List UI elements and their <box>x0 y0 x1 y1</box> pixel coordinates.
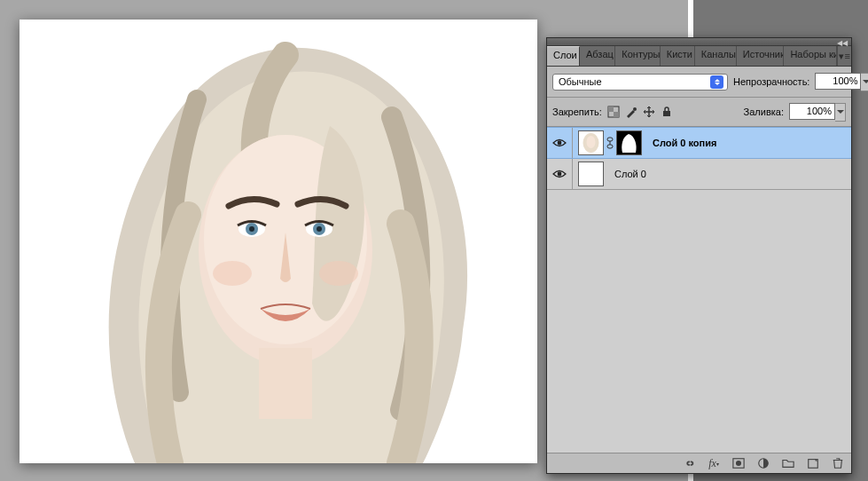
new-group-icon[interactable] <box>780 455 796 471</box>
svg-rect-3 <box>259 348 312 419</box>
opacity-input[interactable]: 100% <box>815 73 861 90</box>
new-layer-icon[interactable] <box>805 455 821 471</box>
svg-rect-13 <box>608 106 614 112</box>
delete-layer-icon[interactable] <box>830 455 846 471</box>
svg-rect-21 <box>607 138 613 141</box>
blend-opacity-row: Обычные Непрозрачность: 100% <box>547 67 851 98</box>
layer-name[interactable]: Слой 0 <box>609 169 646 179</box>
layers-panel: ◀◀ Слои Абзац Контуры Кисти Каналы Источ… <box>546 37 852 474</box>
lock-fill-row: Закрепить: Заливка: 100% <box>547 98 851 127</box>
fill-dropdown-icon[interactable] <box>835 103 846 122</box>
svg-point-10 <box>213 261 252 286</box>
tab-channels[interactable]: Каналы <box>695 46 737 66</box>
layer-row[interactable]: Слой 0 копия <box>547 127 851 159</box>
blend-mode-select[interactable]: Обычные <box>552 74 728 91</box>
panel-collapse-icon[interactable]: ◀◀ <box>837 39 848 47</box>
layer-mask-link-icon[interactable] <box>606 135 614 151</box>
lock-paint-icon[interactable] <box>625 106 637 118</box>
svg-point-20 <box>587 136 596 148</box>
layer-row[interactable]: Слой 0 <box>547 159 851 190</box>
tab-brushes[interactable]: Кисти <box>661 46 695 66</box>
blend-mode-value: Обычные <box>559 76 602 87</box>
add-mask-icon[interactable] <box>731 455 747 471</box>
svg-point-28 <box>736 461 741 466</box>
eye-icon <box>552 170 567 178</box>
lock-all-icon[interactable] <box>661 106 673 118</box>
eye-icon <box>552 138 567 147</box>
svg-rect-16 <box>663 111 670 116</box>
layer-effects-icon[interactable]: fx▾ <box>706 455 722 471</box>
svg-point-15 <box>633 107 637 111</box>
tab-layers[interactable]: Слои <box>547 46 580 66</box>
panel-footer: fx▾ <box>547 453 851 473</box>
link-layers-icon[interactable] <box>681 455 697 471</box>
svg-rect-26 <box>579 162 603 185</box>
lock-label: Закрепить: <box>552 106 602 117</box>
layer-name[interactable]: Слой 0 копия <box>647 138 716 148</box>
document-canvas[interactable] <box>20 20 537 463</box>
svg-point-8 <box>249 226 254 232</box>
tab-paragraph[interactable]: Абзац <box>580 46 615 66</box>
opacity-dropdown-icon[interactable] <box>861 73 868 91</box>
blend-mode-stepper-icon <box>710 75 723 89</box>
tab-paths[interactable]: Контуры <box>615 46 660 66</box>
layer-thumbnail[interactable] <box>578 162 604 186</box>
opacity-label: Непрозрачность: <box>733 76 809 87</box>
document-image <box>20 20 537 463</box>
layer-thumbnail[interactable] <box>578 130 604 155</box>
fill-label: Заливка: <box>744 106 784 117</box>
tab-sets[interactable]: Наборы ки <box>784 46 837 66</box>
layer-visibility-toggle[interactable] <box>547 159 573 189</box>
tab-source[interactable]: Источник <box>737 46 785 66</box>
adjustment-layer-icon[interactable] <box>755 455 771 471</box>
panel-body: Обычные Непрозрачность: 100% Закрепить: <box>547 67 851 473</box>
svg-point-11 <box>319 261 358 286</box>
lock-transparency-icon[interactable] <box>607 106 620 118</box>
svg-point-17 <box>558 141 562 146</box>
svg-point-9 <box>317 226 322 232</box>
layer-list: Слой 0 копия Слой 0 <box>547 127 851 453</box>
svg-point-25 <box>558 172 562 177</box>
panel-tab-strip: Слои Абзац Контуры Кисти Каналы Источник… <box>547 46 851 67</box>
fill-input[interactable]: 100% <box>789 103 835 120</box>
layer-visibility-toggle[interactable] <box>547 128 573 158</box>
svg-rect-14 <box>614 112 619 117</box>
panel-flyout-menu-icon[interactable]: ▾≡ <box>837 46 851 66</box>
svg-rect-22 <box>607 145 613 148</box>
layer-mask-thumbnail[interactable] <box>616 130 642 155</box>
lock-position-icon[interactable] <box>643 106 655 118</box>
panel-drag-header[interactable]: ◀◀ <box>547 38 851 46</box>
